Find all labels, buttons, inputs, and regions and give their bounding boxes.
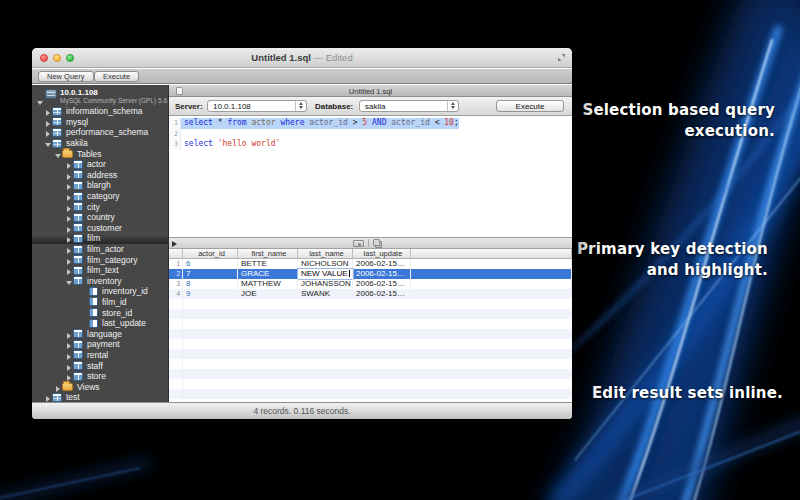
table-cell[interactable]: 2006-02-15… bbox=[353, 269, 411, 279]
token-id: actor_id bbox=[391, 118, 430, 127]
tree-label: inventory_id bbox=[102, 286, 148, 296]
tree-label: rental bbox=[87, 350, 108, 360]
table-cell[interactable]: 2006-02-15… bbox=[353, 289, 411, 299]
tree-row-category[interactable]: category bbox=[32, 191, 168, 202]
token-kw: select bbox=[184, 139, 213, 148]
table-cell[interactable]: 8 bbox=[183, 279, 238, 289]
disclosure-open-icon[interactable] bbox=[36, 92, 44, 105]
copy-icon[interactable] bbox=[373, 239, 380, 246]
sql-editor[interactable]: 1select * from actor where actor_id > 5 … bbox=[169, 116, 572, 237]
tree-row-staff[interactable]: staff bbox=[32, 360, 168, 371]
tree-row-language[interactable]: language bbox=[32, 328, 168, 339]
table-cell[interactable]: NEW VALUE bbox=[298, 269, 353, 279]
table-cell[interactable]: NICHOLSON bbox=[298, 259, 353, 269]
tree-row-customer[interactable]: customer bbox=[32, 223, 168, 234]
tree-row-film_category[interactable]: film_category bbox=[32, 254, 168, 265]
tree-row-mysql[interactable]: mysql bbox=[32, 117, 168, 128]
tree-row-performance_schema[interactable]: performance_schema bbox=[32, 127, 168, 138]
database-select-value: sakila bbox=[365, 102, 385, 111]
table-cell[interactable]: BETTE bbox=[238, 259, 298, 269]
tree-row-information_schema[interactable]: information_schema bbox=[32, 106, 168, 117]
table-cell[interactable]: 6 bbox=[183, 259, 238, 269]
disclosure-closed-icon[interactable] bbox=[44, 388, 52, 402]
tree-row-film[interactable]: film bbox=[32, 233, 168, 244]
tab-untitled-sql[interactable]: Untitled 1.sql bbox=[169, 87, 572, 96]
new-query-button[interactable]: New Query bbox=[38, 71, 94, 82]
row-number bbox=[169, 389, 183, 399]
window-title: Untitled 1.sql — Edited bbox=[32, 52, 572, 63]
table-cell[interactable]: 2006-02-15… bbox=[353, 259, 411, 269]
table-cell[interactable]: MATTHEW bbox=[238, 279, 298, 289]
table-cell[interactable]: SWANK bbox=[298, 289, 353, 299]
editor-line[interactable]: 1select * from actor where actor_id > 5 … bbox=[169, 118, 572, 129]
editor-line[interactable]: 2 bbox=[169, 129, 572, 140]
status-bar: 4 records. 0.116 seconds. bbox=[32, 402, 572, 419]
database-sidebar: 10.0.1.108 MySQL Community Server (GPL) … bbox=[32, 85, 169, 402]
database-select[interactable]: sakila bbox=[359, 100, 459, 112]
tree-row-last_update[interactable]: last_update bbox=[32, 318, 168, 329]
tree-row-rental[interactable]: rental bbox=[32, 350, 168, 361]
text-caret bbox=[349, 270, 350, 277]
tree-row-address[interactable]: address bbox=[32, 170, 168, 181]
table-icon bbox=[73, 170, 83, 179]
server-select[interactable]: 10.0.1.108 bbox=[207, 100, 307, 112]
cell-filler bbox=[411, 259, 572, 269]
tree-row-Views[interactable]: Views bbox=[32, 381, 168, 392]
column-header-last_update[interactable]: last_update bbox=[353, 249, 411, 258]
row-number bbox=[169, 319, 183, 329]
execute-query-button[interactable]: Execute bbox=[496, 100, 564, 112]
cell-filler bbox=[411, 289, 572, 299]
table-cell[interactable]: 9 bbox=[183, 289, 238, 299]
code-text bbox=[181, 129, 184, 140]
export-icon[interactable] bbox=[353, 240, 364, 247]
fullscreen-icon[interactable] bbox=[557, 53, 566, 62]
tree-row-actor[interactable]: actor bbox=[32, 159, 168, 170]
column-icon bbox=[89, 297, 98, 306]
line-number: 1 bbox=[169, 118, 181, 129]
tree-row-film_actor[interactable]: film_actor bbox=[32, 244, 168, 255]
tree-row-blargh[interactable]: blargh bbox=[32, 180, 168, 191]
table-icon bbox=[73, 202, 83, 211]
table-icon bbox=[73, 350, 83, 359]
tree-row-film_text[interactable]: film_text bbox=[32, 265, 168, 276]
tree-row-inventory_id[interactable]: inventory_id bbox=[32, 286, 168, 297]
table-row[interactable]: 27GRACENEW VALUE2006-02-15… bbox=[169, 269, 572, 279]
column-header-actor_id[interactable]: actor_id bbox=[183, 249, 238, 258]
tree-row-country[interactable]: country bbox=[32, 212, 168, 223]
line-number: 3 bbox=[169, 139, 181, 150]
expand-triangle-icon[interactable] bbox=[172, 241, 177, 247]
table-cell[interactable]: 7 bbox=[183, 269, 238, 279]
db-icon bbox=[52, 107, 62, 116]
tree-label: category bbox=[87, 191, 120, 201]
table-cell[interactable]: 2006-02-15… bbox=[353, 279, 411, 289]
tree-label: test bbox=[66, 392, 80, 402]
token-id: actor_id bbox=[309, 118, 348, 127]
disclosure-open-icon[interactable] bbox=[65, 272, 73, 290]
tree-row-film_id[interactable]: film_id bbox=[32, 297, 168, 308]
table-row[interactable]: 38MATTHEWJOHANSSON2006-02-15… bbox=[169, 279, 572, 289]
tree-row-Tables[interactable]: Tables bbox=[32, 148, 168, 159]
title-bar[interactable]: Untitled 1.sql — Edited bbox=[32, 48, 572, 68]
tree-row-server[interactable]: 10.0.1.108 MySQL Community Server (GPL) … bbox=[32, 85, 168, 106]
query-bar: Server: 10.0.1.108 Database: sakila Exec… bbox=[169, 97, 572, 116]
table-cell[interactable]: JOE bbox=[238, 289, 298, 299]
execute-toolbar-button[interactable]: Execute bbox=[94, 71, 139, 82]
table-row[interactable]: 16BETTENICHOLSON2006-02-15… bbox=[169, 259, 572, 269]
column-header-first_name[interactable]: first_name bbox=[238, 249, 298, 258]
tree-row-inventory[interactable]: inventory bbox=[32, 276, 168, 287]
tree-row-store[interactable]: store bbox=[32, 371, 168, 382]
disclosure-open-icon[interactable] bbox=[44, 134, 52, 152]
tree-row-sakila[interactable]: sakila bbox=[32, 138, 168, 149]
table-cell[interactable]: JOHANSSON bbox=[298, 279, 353, 289]
tree-row-test[interactable]: test bbox=[32, 392, 168, 402]
tree-row-city[interactable]: city bbox=[32, 201, 168, 212]
database-label: Database: bbox=[315, 102, 353, 111]
tree-row-store_id[interactable]: store_id bbox=[32, 307, 168, 318]
editor-line[interactable]: 3select 'hello world' bbox=[169, 139, 572, 150]
table-row[interactable]: 49JOESWANK2006-02-15… bbox=[169, 289, 572, 299]
tree-row-payment[interactable]: payment bbox=[32, 339, 168, 350]
caption-line: and highlight. bbox=[577, 260, 768, 281]
tree-label: Tables bbox=[77, 149, 102, 159]
table-cell[interactable]: GRACE bbox=[238, 269, 298, 279]
column-header-last_name[interactable]: last_name bbox=[298, 249, 353, 258]
